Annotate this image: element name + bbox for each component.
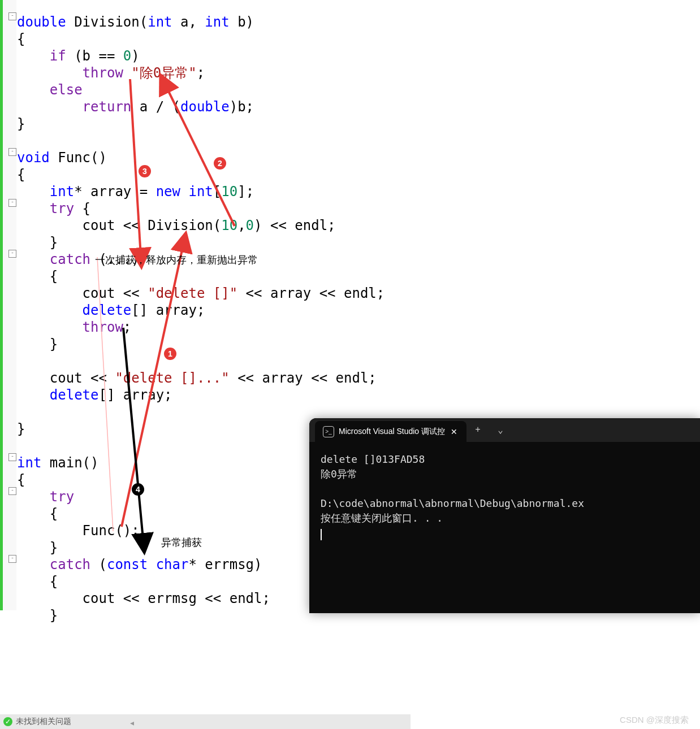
tab-dropdown-button[interactable]: ⌄ [489,418,512,442]
console-cursor [321,529,322,540]
console-tab-title: Microsoft Visual Studio 调试控 [339,427,445,437]
fold-toggle[interactable]: - [8,250,16,258]
check-icon: ✓ [3,717,12,726]
console-output: delete []013FAD58 除0异常 D:\code\abnormal\… [309,442,700,550]
fold-toggle[interactable]: - [8,453,16,461]
badge-1: 1 [164,348,176,360]
console-tabbar: >_ Microsoft Visual Studio 调试控 ✕ + ⌄ [309,418,700,442]
fold-toggle[interactable]: - [8,555,16,563]
badge-4: 4 [132,483,144,496]
annotation-main: 异常捕获 [161,536,202,549]
terminal-icon: >_ [323,426,334,437]
code-gutter: - - - - - - - [3,0,16,610]
close-icon[interactable]: ✕ [450,427,459,436]
watermark-text: CSDN @深度搜索 [620,715,689,726]
fold-toggle[interactable]: - [8,12,16,20]
annotation-catch: 一次捕获，释放内存，重新抛出异常 [95,253,258,267]
fold-toggle[interactable]: - [8,199,16,207]
console-tab[interactable]: >_ Microsoft Visual Studio 调试控 ✕ [315,421,466,442]
badge-2: 2 [214,157,226,170]
status-bar: ✓ 未找到相关问题 ◂ [0,714,411,729]
badge-3: 3 [139,165,151,177]
status-text: 未找到相关问题 [16,717,71,727]
fold-toggle[interactable]: - [8,148,16,156]
new-tab-button[interactable]: + [466,418,489,442]
fold-toggle[interactable]: - [8,487,16,495]
debug-console-window: >_ Microsoft Visual Studio 调试控 ✕ + ⌄ del… [309,418,700,613]
scroll-left-icon[interactable]: ◂ [130,718,134,727]
